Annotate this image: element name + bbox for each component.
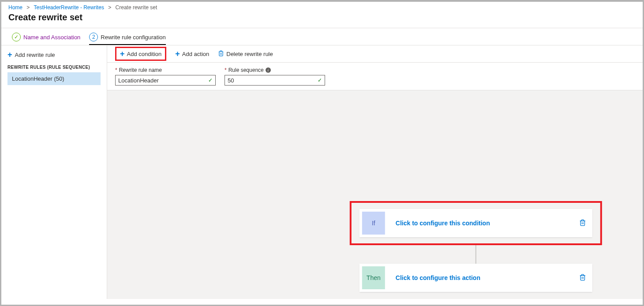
rule-item-locationheader[interactable]: LocationHeader (50) bbox=[7, 72, 101, 85]
delete-condition-button[interactable] bbox=[579, 219, 586, 228]
then-action-card[interactable]: Then Click to configure this action bbox=[359, 264, 592, 292]
plus-icon: + bbox=[7, 51, 12, 59]
step-number-icon: 2 bbox=[89, 33, 98, 41]
add-rewrite-rule-button[interactable]: + Add rewrite rule bbox=[7, 51, 101, 59]
rule-name-group: * Rewrite rule name LocationHeader ✓ bbox=[115, 67, 216, 86]
required-asterisk: * bbox=[115, 67, 117, 73]
sidebar-heading: Rewrite rules (rule sequence) bbox=[7, 65, 101, 70]
rule-sequence-group: * Rule sequence i 50 ✓ bbox=[225, 67, 325, 86]
breadcrumb-gateway[interactable]: TestHeaderRewrite - Rewrites bbox=[34, 4, 104, 11]
breadcrumb-current: Create rewrite set bbox=[116, 4, 157, 11]
page-title: Create rewrite set bbox=[1, 12, 643, 28]
rule-sequence-input[interactable]: 50 ✓ bbox=[225, 75, 325, 86]
if-condition-card[interactable]: If Click to configure this condition bbox=[359, 209, 592, 237]
checkmark-icon: ✓ bbox=[208, 77, 213, 83]
add-condition-label: Add condition bbox=[127, 51, 162, 57]
sidebar: + Add rewrite rule Rewrite rules (rule s… bbox=[1, 45, 107, 299]
step-rewrite-config[interactable]: 2 Rewrite rule configuration bbox=[89, 33, 165, 45]
highlight-add-condition: + Add condition bbox=[115, 47, 166, 61]
wizard-steps: ✓ Name and Association 2 Rewrite rule co… bbox=[1, 28, 643, 45]
plus-icon: + bbox=[175, 50, 180, 58]
highlight-if-card: If Click to configure this condition bbox=[350, 201, 602, 245]
content-area: + Add condition + Add action Delete rewr… bbox=[107, 45, 643, 299]
toolbar: + Add condition + Add action Delete rewr… bbox=[107, 45, 643, 63]
checkmark-icon: ✓ bbox=[12, 33, 21, 41]
then-text: Click to configure this action bbox=[396, 274, 579, 281]
add-rule-label: Add rewrite rule bbox=[15, 52, 55, 58]
add-action-label: Add action bbox=[182, 51, 209, 57]
delete-rule-button[interactable]: Delete rewrite rule bbox=[218, 50, 273, 58]
plus-icon: + bbox=[120, 50, 125, 58]
step-label: Name and Association bbox=[23, 34, 80, 41]
flow-container: If Click to configure this condition The… bbox=[350, 201, 602, 292]
form-row: * Rewrite rule name LocationHeader ✓ * R… bbox=[107, 63, 643, 90]
connector-line bbox=[476, 245, 476, 264]
rule-name-value: LocationHeader bbox=[118, 77, 159, 84]
rule-name-label: * Rewrite rule name bbox=[115, 67, 216, 73]
breadcrumb: Home > TestHeaderRewrite - Rewrites > Cr… bbox=[1, 2, 643, 12]
checkmark-icon: ✓ bbox=[318, 77, 322, 83]
rule-name-input[interactable]: LocationHeader ✓ bbox=[115, 75, 216, 86]
breadcrumb-sep-icon: > bbox=[108, 4, 111, 11]
info-icon[interactable]: i bbox=[266, 67, 271, 73]
step-label: Rewrite rule configuration bbox=[101, 34, 165, 41]
then-badge: Then bbox=[362, 266, 385, 289]
delete-rule-label: Delete rewrite rule bbox=[226, 51, 273, 57]
trash-icon bbox=[218, 50, 224, 58]
breadcrumb-sep-icon: > bbox=[26, 4, 30, 11]
rule-sequence-label: * Rule sequence i bbox=[225, 67, 325, 73]
rule-sequence-value: 50 bbox=[228, 77, 234, 84]
add-action-button[interactable]: + Add action bbox=[175, 50, 209, 58]
delete-action-button[interactable] bbox=[579, 274, 586, 282]
if-badge: If bbox=[362, 212, 385, 235]
add-condition-button[interactable]: + Add condition bbox=[120, 50, 161, 58]
if-text: Click to configure this condition bbox=[396, 220, 579, 227]
breadcrumb-home[interactable]: Home bbox=[8, 4, 22, 11]
step-name-association[interactable]: ✓ Name and Association bbox=[12, 33, 80, 41]
required-asterisk: * bbox=[225, 67, 227, 73]
rule-canvas: If Click to configure this condition The… bbox=[107, 90, 643, 299]
